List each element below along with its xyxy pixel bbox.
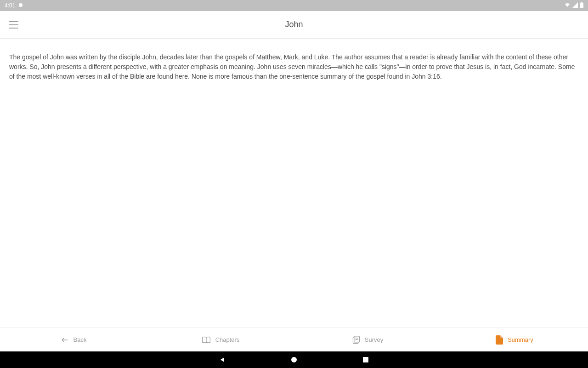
nav-label: Chapters (215, 336, 240, 343)
svg-rect-2 (581, 2, 582, 3)
summary-text: The gospel of John was written by the di… (9, 52, 579, 81)
battery-icon (580, 2, 583, 9)
document-icon (496, 335, 503, 345)
nav-label: Back (74, 336, 87, 343)
system-recent-button[interactable] (362, 356, 369, 363)
status-left: 4:01 (5, 2, 23, 9)
svg-rect-10 (363, 357, 368, 362)
system-nav-bar (0, 351, 588, 368)
page-title: John (285, 20, 303, 29)
arrow-back-icon (61, 336, 69, 344)
svg-rect-6 (354, 336, 359, 342)
nav-back[interactable]: Back (0, 336, 147, 344)
nav-survey[interactable]: Survey (294, 336, 441, 344)
nav-label: Summary (508, 336, 533, 343)
nav-summary[interactable]: Summary (441, 335, 588, 345)
system-home-button[interactable] (290, 356, 298, 363)
nav-chapters[interactable]: Chapters (147, 336, 294, 344)
notification-icon (18, 2, 23, 9)
status-time: 4:01 (5, 2, 15, 9)
svg-rect-1 (580, 3, 583, 8)
books-icon (352, 336, 360, 344)
status-bar: 4:01 (0, 0, 588, 11)
svg-point-9 (291, 357, 297, 362)
wifi-icon (564, 2, 571, 9)
content-area: The gospel of John was written by the di… (0, 39, 588, 328)
menu-button[interactable] (9, 21, 18, 29)
nav-label: Survey (365, 336, 383, 343)
system-back-button[interactable] (219, 356, 226, 363)
signal-icon (572, 2, 578, 9)
svg-point-0 (19, 3, 23, 7)
bottom-nav: Back Chapters Survey Summa (0, 328, 588, 351)
app-header: John (0, 11, 588, 39)
status-right (564, 2, 583, 9)
book-open-icon (202, 336, 211, 344)
